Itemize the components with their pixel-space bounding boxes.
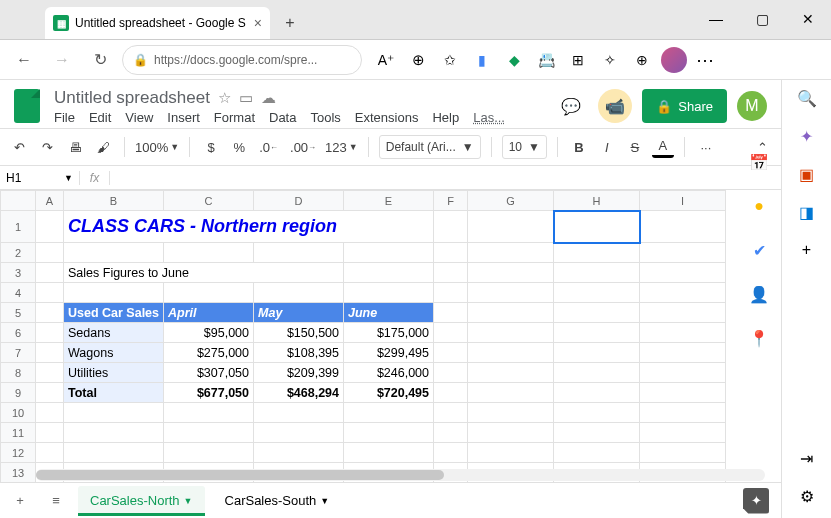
cloud-icon[interactable]: ☁: [261, 89, 276, 107]
minimize-button[interactable]: ―: [693, 0, 739, 39]
cell[interactable]: June: [344, 303, 434, 323]
percent-button[interactable]: %: [228, 134, 250, 160]
cell[interactable]: April: [164, 303, 254, 323]
print-button[interactable]: 🖶: [64, 134, 86, 160]
doc-title[interactable]: Untitled spreadsheet: [54, 88, 210, 108]
font-select[interactable]: Default (Ari...▼: [379, 135, 481, 159]
calendar-icon[interactable]: 📅: [747, 150, 771, 174]
search-icon[interactable]: ⊕: [404, 46, 432, 74]
col-header[interactable]: E: [344, 191, 434, 211]
move-icon[interactable]: ▭: [239, 89, 253, 107]
sheets-logo[interactable]: [10, 84, 44, 128]
forward-button[interactable]: →: [46, 44, 78, 76]
cell[interactable]: Total: [64, 383, 164, 403]
cell[interactable]: $468,294: [254, 383, 344, 403]
redo-button[interactable]: ↷: [36, 134, 58, 160]
back-button[interactable]: ←: [8, 44, 40, 76]
row-header[interactable]: 12: [1, 443, 36, 463]
col-header[interactable]: I: [640, 191, 726, 211]
spreadsheet-grid[interactable]: A B C D E F G H I 1 CLASS CARS - Norther…: [0, 190, 781, 482]
maximize-button[interactable]: ▢: [739, 0, 785, 39]
font-size-select[interactable]: 10▼: [502, 135, 547, 159]
sheet-title-cell[interactable]: CLASS CARS - Northern region: [64, 211, 434, 243]
col-header[interactable]: D: [254, 191, 344, 211]
profile-avatar[interactable]: [660, 46, 688, 74]
name-box[interactable]: H1▼: [0, 171, 80, 185]
extensions-icon[interactable]: ⊞: [564, 46, 592, 74]
menu-last-edit[interactable]: Las...: [473, 110, 505, 125]
text-color-button[interactable]: A: [652, 136, 674, 158]
decrease-decimal-button[interactable]: .0←: [256, 134, 281, 160]
row-header[interactable]: 6: [1, 323, 36, 343]
sidebar-copilot-icon[interactable]: ✦: [795, 124, 819, 148]
italic-button[interactable]: I: [596, 134, 618, 160]
currency-button[interactable]: $: [200, 134, 222, 160]
maps-icon[interactable]: 📍: [747, 326, 771, 350]
cell[interactable]: $275,000: [164, 343, 254, 363]
close-window-button[interactable]: ✕: [785, 0, 831, 39]
cell[interactable]: $677,050: [164, 383, 254, 403]
cell[interactable]: Sedans: [64, 323, 164, 343]
undo-button[interactable]: ↶: [8, 134, 30, 160]
cell[interactable]: $175,000: [344, 323, 434, 343]
all-sheets-button[interactable]: ≡: [42, 487, 70, 515]
cell[interactable]: Used Car Sales: [64, 303, 164, 323]
meet-icon[interactable]: 📹: [598, 89, 632, 123]
col-header[interactable]: F: [434, 191, 468, 211]
menu-format[interactable]: Format: [214, 110, 255, 125]
cell[interactable]: $307,050: [164, 363, 254, 383]
active-cell[interactable]: [554, 211, 640, 243]
col-header[interactable]: A: [36, 191, 64, 211]
cell[interactable]: $299,495: [344, 343, 434, 363]
number-format-select[interactable]: 123▼: [325, 140, 358, 155]
sidebar-collapse-icon[interactable]: ⇥: [795, 446, 819, 470]
row-header[interactable]: 13: [1, 463, 36, 483]
paint-format-button[interactable]: 🖌: [92, 134, 114, 160]
explore-button[interactable]: ✦: [743, 488, 769, 514]
reload-button[interactable]: ↻: [84, 44, 116, 76]
row-header[interactable]: 1: [1, 211, 36, 243]
row-header[interactable]: 10: [1, 403, 36, 423]
sidebar-search-icon[interactable]: 🔍: [795, 86, 819, 110]
new-tab-button[interactable]: +: [276, 9, 304, 37]
browser-tab[interactable]: ▦ Untitled spreadsheet - Google S ×: [45, 7, 270, 39]
ext-3-icon[interactable]: 📇: [532, 46, 560, 74]
ext-1-icon[interactable]: ▮: [468, 46, 496, 74]
cell[interactable]: $246,000: [344, 363, 434, 383]
row-header[interactable]: 2: [1, 243, 36, 263]
menu-extensions[interactable]: Extensions: [355, 110, 419, 125]
menu-tools[interactable]: Tools: [310, 110, 340, 125]
row-header[interactable]: 9: [1, 383, 36, 403]
cell[interactable]: $720,495: [344, 383, 434, 403]
cell[interactable]: $209,399: [254, 363, 344, 383]
menu-edit[interactable]: Edit: [89, 110, 111, 125]
row-header[interactable]: 7: [1, 343, 36, 363]
keep-icon[interactable]: ●: [747, 194, 771, 218]
strike-button[interactable]: S: [624, 134, 646, 160]
contacts-icon[interactable]: 👤: [747, 282, 771, 306]
row-header[interactable]: 3: [1, 263, 36, 283]
row-header[interactable]: 11: [1, 423, 36, 443]
menu-insert[interactable]: Insert: [167, 110, 200, 125]
select-all-cell[interactable]: [1, 191, 36, 211]
sidebar-settings-icon[interactable]: ⚙: [795, 484, 819, 508]
address-bar[interactable]: 🔒 https://docs.google.com/spre...: [122, 45, 362, 75]
toolbar-more-button[interactable]: ···: [695, 134, 717, 160]
reader-icon[interactable]: A⁺: [372, 46, 400, 74]
increase-decimal-button[interactable]: .00→: [287, 134, 319, 160]
sidebar-office-icon[interactable]: ▣: [795, 162, 819, 186]
browser-menu-button[interactable]: ⋯: [692, 46, 720, 74]
menu-view[interactable]: View: [125, 110, 153, 125]
col-header[interactable]: H: [554, 191, 640, 211]
cell[interactable]: May: [254, 303, 344, 323]
downloads-icon[interactable]: ⊕: [628, 46, 656, 74]
col-header[interactable]: B: [64, 191, 164, 211]
favorites-icon[interactable]: ✩: [436, 46, 464, 74]
cell[interactable]: $95,000: [164, 323, 254, 343]
menu-help[interactable]: Help: [432, 110, 459, 125]
cell[interactable]: Wagons: [64, 343, 164, 363]
collections-icon[interactable]: ✧: [596, 46, 624, 74]
menu-data[interactable]: Data: [269, 110, 296, 125]
sheet-tab-north[interactable]: CarSales-North▼: [78, 486, 205, 516]
sidebar-outlook-icon[interactable]: ◨: [795, 200, 819, 224]
